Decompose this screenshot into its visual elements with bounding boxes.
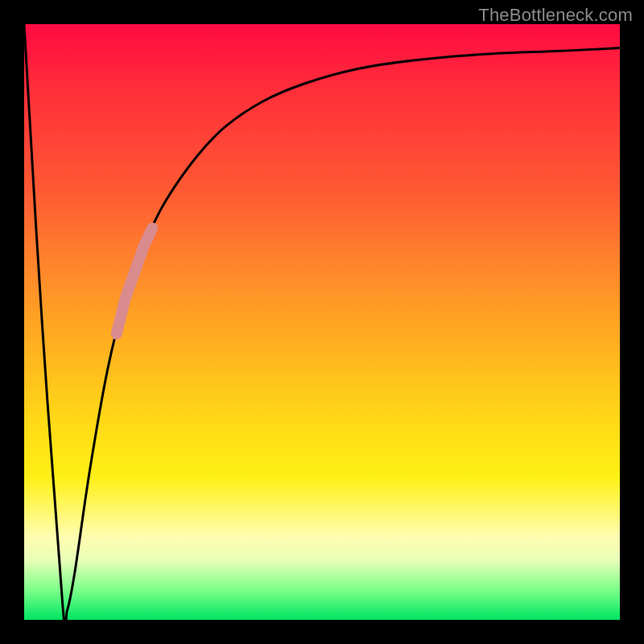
chart-frame: TheBottleneck.com: [0, 0, 644, 644]
watermark-text: TheBottleneck.com: [478, 5, 633, 26]
curve-highlight-segment: [117, 228, 152, 333]
curve-svg: [24, 24, 620, 620]
plot-area: [24, 24, 620, 620]
